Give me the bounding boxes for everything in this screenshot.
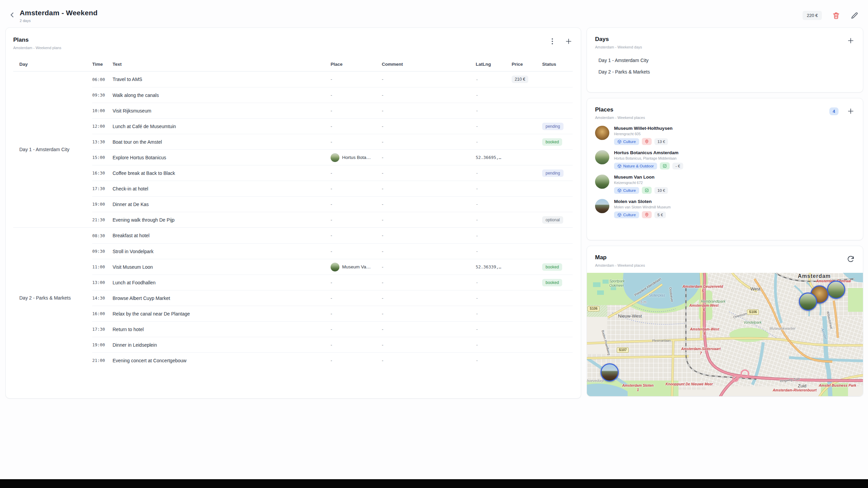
plan-row[interactable]: 12:00Lunch at Café de Museumtuin---pendi…: [92, 118, 573, 134]
plan-place: -: [331, 296, 382, 301]
plan-status: pending: [542, 123, 573, 130]
plan-place: -: [331, 186, 382, 191]
plan-text: Evening walk through De Pijp: [113, 217, 331, 223]
place-address: Keizersgracht 672: [614, 181, 668, 185]
plan-latlng: 52.36339,…: [476, 264, 512, 269]
plan-latlng: -: [476, 139, 512, 144]
visited-check-badge: [642, 187, 652, 194]
map-label: Sloterplas: [649, 293, 665, 298]
day-list-item[interactable]: Day 2 - Parks & Markets: [595, 66, 855, 78]
add-place-button[interactable]: [847, 107, 855, 115]
plan-time: 16:30: [92, 170, 113, 176]
edit-trip-button[interactable]: [850, 12, 859, 20]
map-label: Amsterdam-Slotervaart 7: [681, 347, 721, 355]
plan-comment: -: [382, 249, 476, 254]
place-list-item[interactable]: Museum Willet-HolthuysenHerengracht 605C…: [595, 126, 855, 145]
plan-latlng: -: [476, 124, 512, 129]
place-info: Hortus Botanicus AmsterdamHortus Botanic…: [614, 150, 683, 169]
place-info: Museum Willet-HolthuysenHerengracht 605C…: [614, 126, 672, 145]
add-day-button[interactable]: [847, 37, 855, 45]
map-place-marker[interactable]: [600, 363, 619, 382]
map-card: Map Amsterdam - Weekend places: [587, 246, 863, 396]
plan-row[interactable]: 16:00Relax by the canal near De Plantage…: [92, 306, 573, 321]
plan-row[interactable]: 13:30Boat tour on the Amstel---booked: [92, 134, 573, 149]
column-header-comment: Comment: [382, 62, 476, 67]
plan-comment: -: [382, 358, 476, 363]
back-button[interactable]: [8, 11, 16, 19]
plan-comment: -: [382, 186, 476, 191]
place-badges: Culture5 €: [614, 211, 671, 218]
plan-comment: -: [382, 280, 476, 285]
refresh-map-button[interactable]: [847, 255, 855, 263]
plan-text: Dinner at De Kas: [113, 202, 331, 207]
plan-row[interactable]: 11:00Visit Museum LoonMuseum Va…-52.3633…: [92, 259, 573, 274]
plan-place: -: [331, 217, 382, 223]
map-subtitle: Amsterdam - Weekend places: [595, 263, 645, 267]
plan-row[interactable]: 09:30Walk along the canals---: [92, 87, 573, 103]
place-list-item[interactable]: Hortus Botanicus AmsterdamHortus Botanic…: [595, 150, 855, 169]
column-header-latlng: LatLng: [476, 62, 512, 67]
plan-comment: -: [382, 77, 476, 82]
plan-row[interactable]: 17:30Check-in at hotel---: [92, 181, 573, 196]
plan-place: -: [331, 124, 382, 129]
plan-row[interactable]: 17:30Return to hotel---: [92, 321, 573, 337]
plan-row[interactable]: 19:00Dinner at De Kas---: [92, 196, 573, 212]
plan-comment: -: [382, 327, 476, 332]
delete-trip-button[interactable]: [832, 12, 840, 20]
day-list-item[interactable]: Day 1 - Amsterdam City: [595, 55, 855, 66]
plan-latlng: -: [476, 296, 512, 301]
map-label: Ringweg-Zuid: [780, 377, 800, 383]
map-label: Rembrandtpark: [701, 299, 725, 304]
plan-row[interactable]: 10:00Visit Rijksmuseum---: [92, 103, 573, 118]
plan-time: 09:30: [92, 249, 113, 254]
days-subtitle: Amsterdam - Weekend days: [595, 45, 642, 49]
plan-row[interactable]: 08:30Breakfast at hotel---: [92, 228, 573, 243]
page-title: Amsterdam - Weekend: [20, 9, 98, 17]
map-label: Amstel Business Park: [819, 383, 856, 388]
plan-row[interactable]: 06:00Travel to AMS---210 €: [92, 72, 573, 87]
plan-row[interactable]: 21:00Evening concert at Concertgebouw---: [92, 352, 573, 368]
plan-text: Boat tour on the Amstel: [113, 139, 331, 145]
plan-row[interactable]: 14:30Browse Albert Cuyp Market---: [92, 290, 573, 306]
plan-row[interactable]: 09:30Stroll in Vondelpark---: [92, 243, 573, 259]
plan-row[interactable]: 15:00Explore Hortus BotanicusHortus Bota…: [92, 149, 573, 165]
plan-latlng: -: [476, 249, 512, 254]
place-list-item[interactable]: Museum Van LoonKeizersgracht 672Culture1…: [595, 175, 855, 194]
plan-row[interactable]: 16:30Coffee break at Back to Black---pen…: [92, 165, 573, 181]
place-info: Molen van SlotenMolen van Sloten Windmil…: [614, 199, 671, 218]
place-name: Museum Van Loon: [614, 175, 668, 180]
map-label: Baden Powellweg: [601, 330, 611, 355]
plan-text: Explore Hortus Botanicus: [113, 155, 331, 160]
map-label: S107: [617, 347, 629, 353]
places-card: Places Amsterdam - Weekend places 4 Muse…: [587, 98, 863, 240]
column-header-day: Day: [13, 62, 92, 67]
map-pin-icon: [645, 212, 649, 217]
status-badge: booked: [542, 279, 562, 286]
map-place-marker[interactable]: [827, 281, 845, 299]
plan-text: Coffee break at Back to Black: [113, 170, 331, 176]
plan-comment: -: [382, 202, 476, 207]
plan-comment: -: [382, 217, 476, 223]
map-canvas[interactable]: AmsterdamAmsterdam CentraalWestZuidNieuw…: [587, 273, 863, 396]
status-badge: booked: [542, 263, 562, 271]
map-place-marker[interactable]: [799, 292, 817, 311]
place-list-item[interactable]: Molen van SlotenMolen van Sloten Windmil…: [595, 199, 855, 218]
plan-row[interactable]: 13:00Lunch at Foodhallen---booked: [92, 274, 573, 290]
map-label: Sportpark Ookmeer: [609, 279, 625, 287]
map-label: Amsterdam: [798, 273, 831, 279]
plan-time: 21:00: [92, 358, 113, 363]
plan-row[interactable]: 21:30Evening walk through De Pijp---opti…: [92, 212, 573, 227]
map-label: S106: [588, 306, 599, 311]
plan-time: 17:30: [92, 186, 113, 191]
plan-comment: -: [382, 93, 476, 98]
add-plan-button[interactable]: [565, 37, 573, 45]
plan-place: -: [331, 170, 382, 176]
map-label: Vondelpark: [744, 320, 762, 325]
plans-menu-button[interactable]: [548, 37, 556, 45]
plan-latlng: -: [476, 280, 512, 285]
plan-row[interactable]: 19:00Dinner in Leidseplein---: [92, 337, 573, 352]
plan-text: Check-in at hotel: [113, 186, 331, 191]
place-name: Museum Willet-Holthuysen: [614, 126, 672, 131]
plan-time: 15:00: [92, 155, 113, 160]
place-thumbnail: [331, 153, 339, 162]
